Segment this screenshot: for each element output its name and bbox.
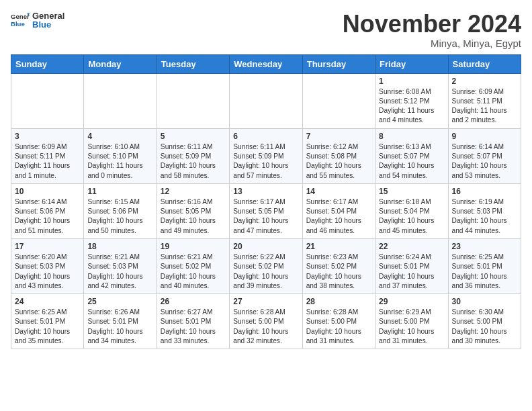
logo-blue-text: Blue xyxy=(32,19,64,30)
calendar-cell: 23Sunrise: 6:25 AM Sunset: 5:01 PM Dayli… xyxy=(448,238,521,293)
day-info: Sunrise: 6:11 AM Sunset: 5:09 PM Dayligh… xyxy=(233,142,298,181)
day-number: 25 xyxy=(87,297,152,306)
calendar-cell: 1Sunrise: 6:08 AM Sunset: 5:12 PM Daylig… xyxy=(375,73,448,128)
day-info: Sunrise: 6:27 AM Sunset: 5:01 PM Dayligh… xyxy=(161,308,226,346)
calendar-cell: 6Sunrise: 6:11 AM Sunset: 5:09 PM Daylig… xyxy=(230,128,302,183)
calendar-week-2: 3Sunrise: 6:09 AM Sunset: 5:11 PM Daylig… xyxy=(11,128,521,183)
day-info: Sunrise: 6:09 AM Sunset: 5:11 PM Dayligh… xyxy=(452,87,517,126)
day-info: Sunrise: 6:17 AM Sunset: 5:04 PM Dayligh… xyxy=(306,197,371,236)
calendar-cell: 15Sunrise: 6:18 AM Sunset: 5:04 PM Dayli… xyxy=(375,183,448,238)
day-info: Sunrise: 6:16 AM Sunset: 5:05 PM Dayligh… xyxy=(161,197,226,236)
day-info: Sunrise: 6:29 AM Sunset: 5:00 PM Dayligh… xyxy=(379,308,444,346)
day-info: Sunrise: 6:26 AM Sunset: 5:01 PM Dayligh… xyxy=(87,308,152,346)
logo: General Blue General Blue xyxy=(11,11,64,30)
calendar-week-1: 1Sunrise: 6:08 AM Sunset: 5:12 PM Daylig… xyxy=(11,73,521,128)
day-number: 28 xyxy=(306,297,371,306)
calendar-cell: 16Sunrise: 6:19 AM Sunset: 5:03 PM Dayli… xyxy=(448,183,521,238)
calendar-cell xyxy=(302,73,375,128)
day-number: 19 xyxy=(161,242,226,251)
calendar-cell: 4Sunrise: 6:10 AM Sunset: 5:10 PM Daylig… xyxy=(84,128,157,183)
day-info: Sunrise: 6:19 AM Sunset: 5:03 PM Dayligh… xyxy=(452,197,517,236)
day-info: Sunrise: 6:12 AM Sunset: 5:08 PM Dayligh… xyxy=(306,142,371,181)
location: Minya, Minya, Egypt xyxy=(343,38,521,49)
day-info: Sunrise: 6:24 AM Sunset: 5:01 PM Dayligh… xyxy=(379,253,444,291)
day-info: Sunrise: 6:08 AM Sunset: 5:12 PM Dayligh… xyxy=(379,87,444,126)
calendar-cell: 30Sunrise: 6:30 AM Sunset: 5:00 PM Dayli… xyxy=(448,294,521,349)
calendar-cell: 5Sunrise: 6:11 AM Sunset: 5:09 PM Daylig… xyxy=(157,128,229,183)
calendar-cell: 11Sunrise: 6:15 AM Sunset: 5:06 PM Dayli… xyxy=(84,183,157,238)
day-number: 13 xyxy=(233,187,298,196)
day-info: Sunrise: 6:09 AM Sunset: 5:11 PM Dayligh… xyxy=(15,142,80,181)
day-info: Sunrise: 6:21 AM Sunset: 5:03 PM Dayligh… xyxy=(87,253,152,291)
day-info: Sunrise: 6:25 AM Sunset: 5:01 PM Dayligh… xyxy=(15,308,80,346)
month-title: November 2024 xyxy=(343,11,521,38)
calendar-cell: 10Sunrise: 6:14 AM Sunset: 5:06 PM Dayli… xyxy=(11,183,84,238)
calendar-cell: 28Sunrise: 6:28 AM Sunset: 5:00 PM Dayli… xyxy=(302,294,375,349)
day-number: 24 xyxy=(15,297,80,306)
weekday-header-tuesday: Tuesday xyxy=(157,54,229,73)
day-info: Sunrise: 6:22 AM Sunset: 5:02 PM Dayligh… xyxy=(233,253,298,291)
day-number: 26 xyxy=(161,297,226,306)
weekday-header-sunday: Sunday xyxy=(11,54,84,73)
calendar-week-4: 17Sunrise: 6:20 AM Sunset: 5:03 PM Dayli… xyxy=(11,238,521,293)
calendar-cell: 21Sunrise: 6:23 AM Sunset: 5:02 PM Dayli… xyxy=(302,238,375,293)
calendar-cell xyxy=(11,73,84,128)
calendar-cell: 29Sunrise: 6:29 AM Sunset: 5:00 PM Dayli… xyxy=(375,294,448,349)
svg-text:General: General xyxy=(11,13,30,20)
day-number: 27 xyxy=(233,297,298,306)
calendar-cell: 12Sunrise: 6:16 AM Sunset: 5:05 PM Dayli… xyxy=(157,183,229,238)
calendar-cell: 18Sunrise: 6:21 AM Sunset: 5:03 PM Dayli… xyxy=(84,238,157,293)
day-number: 3 xyxy=(15,132,80,141)
page-header: General Blue General Blue November 2024 … xyxy=(11,11,521,49)
day-number: 2 xyxy=(452,77,517,86)
day-info: Sunrise: 6:18 AM Sunset: 5:04 PM Dayligh… xyxy=(379,197,444,236)
calendar-cell: 7Sunrise: 6:12 AM Sunset: 5:08 PM Daylig… xyxy=(302,128,375,183)
day-number: 5 xyxy=(161,132,226,141)
weekday-header-thursday: Thursday xyxy=(302,54,375,73)
calendar-cell: 17Sunrise: 6:20 AM Sunset: 5:03 PM Dayli… xyxy=(11,238,84,293)
day-number: 18 xyxy=(87,242,152,251)
calendar-cell: 24Sunrise: 6:25 AM Sunset: 5:01 PM Dayli… xyxy=(11,294,84,349)
day-info: Sunrise: 6:28 AM Sunset: 5:00 PM Dayligh… xyxy=(306,308,371,346)
weekday-header-row: SundayMondayTuesdayWednesdayThursdayFrid… xyxy=(11,54,521,73)
day-number: 12 xyxy=(161,187,226,196)
day-number: 8 xyxy=(379,132,444,141)
calendar-cell: 19Sunrise: 6:21 AM Sunset: 5:02 PM Dayli… xyxy=(157,238,229,293)
calendar-cell xyxy=(157,73,229,128)
day-info: Sunrise: 6:11 AM Sunset: 5:09 PM Dayligh… xyxy=(161,142,226,181)
calendar-week-5: 24Sunrise: 6:25 AM Sunset: 5:01 PM Dayli… xyxy=(11,294,521,349)
calendar-week-3: 10Sunrise: 6:14 AM Sunset: 5:06 PM Dayli… xyxy=(11,183,521,238)
day-info: Sunrise: 6:23 AM Sunset: 5:02 PM Dayligh… xyxy=(306,253,371,291)
day-info: Sunrise: 6:14 AM Sunset: 5:07 PM Dayligh… xyxy=(452,142,517,181)
day-number: 22 xyxy=(379,242,444,251)
day-info: Sunrise: 6:13 AM Sunset: 5:07 PM Dayligh… xyxy=(379,142,444,181)
weekday-header-friday: Friday xyxy=(375,54,448,73)
day-info: Sunrise: 6:30 AM Sunset: 5:00 PM Dayligh… xyxy=(452,308,517,346)
logo-icon: General Blue xyxy=(11,11,30,30)
calendar-cell: 26Sunrise: 6:27 AM Sunset: 5:01 PM Dayli… xyxy=(157,294,229,349)
calendar-cell xyxy=(230,73,302,128)
title-block: November 2024 Minya, Minya, Egypt xyxy=(343,11,521,49)
day-number: 29 xyxy=(379,297,444,306)
weekday-header-monday: Monday xyxy=(84,54,157,73)
day-info: Sunrise: 6:25 AM Sunset: 5:01 PM Dayligh… xyxy=(452,253,517,291)
day-number: 1 xyxy=(379,77,444,86)
calendar-cell: 20Sunrise: 6:22 AM Sunset: 5:02 PM Dayli… xyxy=(230,238,302,293)
calendar-cell: 14Sunrise: 6:17 AM Sunset: 5:04 PM Dayli… xyxy=(302,183,375,238)
day-number: 30 xyxy=(452,297,517,306)
day-number: 11 xyxy=(87,187,152,196)
day-info: Sunrise: 6:28 AM Sunset: 5:00 PM Dayligh… xyxy=(233,308,298,346)
svg-text:Blue: Blue xyxy=(11,20,25,28)
day-number: 17 xyxy=(15,242,80,251)
weekday-header-saturday: Saturday xyxy=(448,54,521,73)
calendar-cell: 25Sunrise: 6:26 AM Sunset: 5:01 PM Dayli… xyxy=(84,294,157,349)
day-info: Sunrise: 6:15 AM Sunset: 5:06 PM Dayligh… xyxy=(87,197,152,236)
calendar-cell: 2Sunrise: 6:09 AM Sunset: 5:11 PM Daylig… xyxy=(448,73,521,128)
day-info: Sunrise: 6:21 AM Sunset: 5:02 PM Dayligh… xyxy=(161,253,226,291)
day-number: 23 xyxy=(452,242,517,251)
calendar-cell: 9Sunrise: 6:14 AM Sunset: 5:07 PM Daylig… xyxy=(448,128,521,183)
calendar-cell: 3Sunrise: 6:09 AM Sunset: 5:11 PM Daylig… xyxy=(11,128,84,183)
day-number: 14 xyxy=(306,187,371,196)
day-number: 9 xyxy=(452,132,517,141)
day-number: 15 xyxy=(379,187,444,196)
